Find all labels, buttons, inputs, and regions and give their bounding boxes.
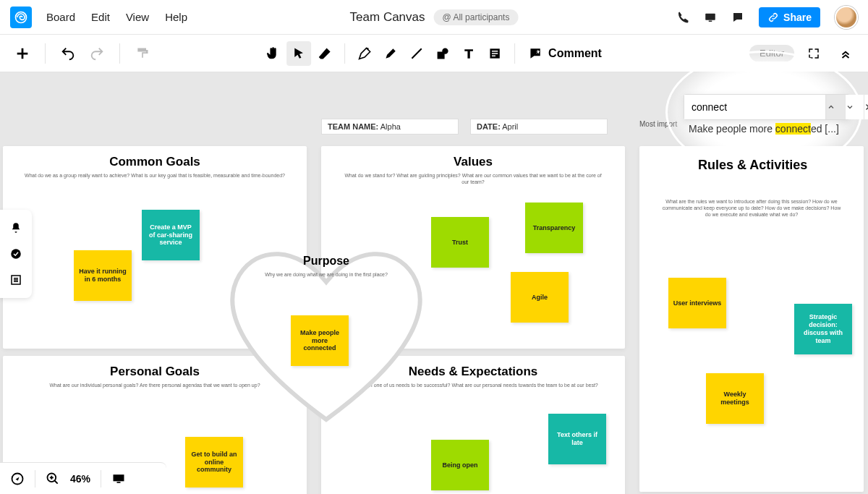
check-circle-icon[interactable] (9, 247, 22, 260)
topbar: Board Edit View Help Team Canvas @ All p… (0, 0, 868, 35)
comment-tool[interactable]: Comment (522, 46, 608, 61)
line-tool[interactable] (404, 41, 429, 66)
sticky-being-open[interactable]: Being open (431, 440, 489, 490)
shape-icon (435, 46, 450, 61)
collapse-button[interactable] (833, 41, 858, 66)
search-input[interactable] (684, 95, 825, 119)
share-label: Share (783, 12, 812, 23)
sticky-transparency[interactable]: Transparency (525, 203, 583, 253)
search-result-prefix: Make people more (689, 123, 775, 135)
svg-rect-13 (117, 482, 121, 483)
main-menu: Board Edit View Help (46, 11, 187, 23)
line-icon (409, 46, 424, 61)
chevron-down-icon (846, 103, 854, 111)
svg-point-6 (442, 48, 448, 54)
list-icon[interactable] (9, 273, 22, 286)
marker-tool[interactable] (378, 41, 403, 66)
zoom-in-icon[interactable] (46, 472, 60, 486)
separator (514, 43, 515, 64)
search-next-button[interactable] (845, 95, 864, 119)
pen-icon (357, 46, 372, 61)
search-prev-button[interactable] (826, 95, 845, 119)
sticky-community[interactable]: Get to build an online community (185, 437, 243, 487)
sticky-strategic[interactable]: Strategic decision: discuss with team (794, 304, 852, 354)
panel-rules-title-overlay: Rules & Activities (698, 158, 807, 173)
search-result-highlight: connect (775, 123, 811, 135)
chevrons-up-icon (839, 47, 852, 60)
menu-help[interactable]: Help (165, 11, 187, 23)
separator (45, 43, 46, 64)
undo-icon (60, 46, 76, 61)
shape-tool[interactable] (430, 41, 455, 66)
text-tool[interactable] (456, 41, 481, 66)
team-name-label: TEAM NAME: (328, 122, 378, 131)
panel-title: Purpose (218, 255, 435, 268)
zoom-level[interactable]: 46% (70, 473, 90, 485)
hand-tool[interactable] (260, 41, 285, 66)
add-button[interactable] (10, 41, 35, 66)
pointer-tool[interactable] (286, 41, 311, 66)
close-icon (864, 103, 868, 111)
sticky-tool[interactable] (482, 41, 507, 66)
user-avatar[interactable] (835, 6, 858, 29)
sticky-trust[interactable]: Trust (431, 217, 489, 268)
panel-subtitle: What do we as a group really want to ach… (3, 172, 307, 179)
eraser-tool[interactable] (312, 41, 337, 66)
pen-tool[interactable] (352, 41, 377, 66)
sticky-text-late[interactable]: Text others if late (548, 414, 606, 464)
team-name-field[interactable]: TEAM NAME: Alpha (321, 119, 459, 135)
bottom-bar: 46% (0, 462, 166, 494)
menu-edit[interactable]: Edit (91, 11, 110, 23)
menu-view[interactable]: View (126, 11, 149, 23)
sticky-weekly[interactable]: Weekly meetings (706, 373, 764, 424)
redo-icon (89, 46, 105, 61)
comment-label: Comment (548, 47, 602, 60)
paint-roller-icon (135, 46, 150, 61)
compass-icon[interactable] (10, 472, 25, 486)
separator (119, 43, 120, 64)
panel-subtitle: Why we are doing what we are doing in th… (218, 272, 435, 277)
top-center: Team Canvas @ All participants (350, 9, 519, 25)
phone-icon[interactable] (676, 11, 689, 24)
board-title[interactable]: Team Canvas (350, 10, 425, 25)
undo-button[interactable] (56, 41, 80, 66)
sticky-six-months[interactable]: Have it running in 6 months (74, 250, 132, 301)
sticky-agile[interactable]: Agile (511, 272, 569, 323)
marker-icon (383, 46, 398, 61)
panel-title: Common Goals (3, 155, 307, 169)
menu-board[interactable]: Board (46, 11, 75, 23)
sticky-purpose[interactable]: Make people more connected (291, 315, 349, 366)
redo-button[interactable] (85, 41, 109, 66)
participants-pill[interactable]: @ All participants (434, 9, 519, 25)
svg-rect-3 (137, 48, 146, 51)
left-dock (0, 210, 32, 298)
presentation-icon[interactable] (111, 472, 126, 486)
heart-content: Purpose Why we are doing what we are doi… (218, 255, 435, 277)
chat-icon[interactable] (731, 11, 744, 24)
search-close-button[interactable] (864, 95, 868, 119)
present-icon[interactable] (704, 11, 717, 24)
format-painter-button[interactable] (130, 41, 155, 66)
share-button[interactable]: Share (759, 7, 820, 27)
search-nav (825, 95, 868, 119)
svg-rect-1 (705, 13, 715, 20)
search-result[interactable]: Make people more connected [...] (689, 123, 839, 135)
sticky-mvp[interactable]: Create a MVP of car-sharing service (142, 210, 200, 260)
app-logo[interactable] (10, 7, 32, 28)
comment-icon (528, 46, 542, 61)
search-result-suffix: ed [...] (811, 123, 839, 135)
plus-icon (14, 46, 30, 61)
svg-rect-12 (114, 474, 124, 481)
bell-icon[interactable] (9, 221, 22, 234)
date-field[interactable]: DATE: April (470, 119, 608, 135)
panel-subtitle: What do we stand for? What are guiding p… (321, 172, 625, 185)
date-value: April (502, 122, 518, 131)
text-icon (461, 46, 476, 61)
pointer-icon (292, 46, 306, 61)
separator (344, 43, 345, 64)
team-name-value: Alpha (380, 122, 401, 131)
sticky-user-interviews[interactable]: User interviews (668, 278, 726, 328)
chevron-up-icon (827, 103, 835, 111)
separator (101, 470, 101, 487)
top-right: Share (676, 6, 858, 29)
